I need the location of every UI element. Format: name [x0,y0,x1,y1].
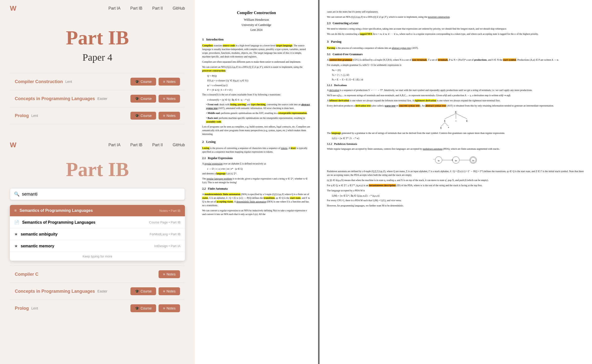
search-result-2[interactable]: ★ semantic ambiguity ForModLang • Part I… [10,228,185,240]
pdf-formula-4: F' = {S ⊆ Q | S ∩ F ≠ ∅} [207,88,311,92]
pdf-lexer-p1: We need to tokenise a string using a lex… [327,27,585,31]
result-name-3: semantic memory [21,244,154,248]
course-item-2: Prolog Lent 🎓 Course ≡ Notes [10,107,185,124]
pdf-cfg-formula2: T₁ = {+, •, (,), id} [332,73,585,77]
svg-text:E: E [444,120,445,122]
top-section: W Part IA Part IB Part II GitHub Part IB… [0,0,195,137]
nav-link-partii[interactable]: Part II [152,6,163,11]
bottom-nav-link-partia[interactable]: Part IA [108,143,121,147]
bottom-course-actions-1: 🎓 Course ≡ Notes [130,287,180,295]
pdf-bullet-middle: Middle end: performs generic optimisatio… [206,111,311,115]
search-result-0[interactable]: ≡ Semantics of Programming Languages Not… [10,205,185,217]
bottom-notes-icon-0: ≡ [163,272,165,276]
bottom-course-0: Compiler C ≡ Notes [10,266,185,283]
svg-line-8 [445,123,448,126]
svg-line-7 [441,123,445,126]
nav-logo: W [10,4,16,12]
course-actions-0: 🎓 Course ≡ Notes [130,78,180,86]
notes-btn-1[interactable]: ≡ Notes [159,95,180,103]
svg-text:E: E [466,120,467,122]
bottom-notes-icon-2: ≡ [163,306,165,310]
nav-link-partia[interactable]: Part IA [108,6,121,11]
result-meta-3: IntDesign • Part IA [154,244,180,248]
course-item-1: Concepts in Programming Languages Easter… [10,90,185,107]
pdf-lang-formula: L(G) = {w ∈ T* | S →* w} [332,136,585,140]
pdf-deriv-p4: Every derivation produces a derivation t… [327,104,585,108]
bottom-section: W Part IA Part IB Part II GitHub Part IB… [0,137,195,364]
pdf-lexing-p1: Lexing is the process of converting a se… [202,146,311,154]
pdf-intro-p5: Lots of programs can be seen as compiler… [202,125,311,136]
pdf-page-left: Compiler Construction William Henderson … [195,0,318,364]
bottom-notes-label-0: Notes [166,272,176,276]
bottom-notes-btn-2[interactable]: ≡ Notes [159,304,180,312]
nav-link-partib[interactable]: Part IB [130,6,143,11]
bottom-nav: W Part IA Part IB Part II GitHub [0,137,195,153]
pdf-tree-diagram: E E + E E * [434,109,478,129]
bottom-notes-btn-0[interactable]: ≡ Notes [159,270,180,278]
bottom-course-label-2: Course [141,306,152,310]
bottom-course-name-0: Compiler C [15,272,38,277]
svg-line-1 [445,113,456,119]
pdf-regex-p2: and denotes a language L(e) ⊆ Σ*. [202,172,311,175]
notes-btn-0[interactable]: ≡ Notes [159,78,180,86]
pdf-parsing-p1: Parsing is the process of converting a s… [327,46,585,50]
pdf-subsection-22: 2.2 Finite Automata [202,187,311,191]
course-btn-0[interactable]: 🎓 Course [130,78,156,86]
pdf-cfg-formula3: P₁ = E → E + E | E • E | (E) | id [332,78,585,81]
search-input[interactable] [22,192,181,197]
notes-label-0: Notes [166,80,176,84]
bottom-course-btn-2[interactable]: 🎓 Course [130,304,156,312]
pdf-pda-p7: However, for programming languages, we f… [327,204,585,207]
course-label-2: Course [141,114,152,118]
svg-text:q₀: q₀ [438,159,439,162]
notes-label-2: Notes [166,114,176,118]
search-result-3[interactable]: ★ semantic memory IntDesign • Part IA [10,240,185,252]
notes-btn-2[interactable]: ≡ Notes [159,112,180,120]
pdf-cfg-p2: For example, a simple grammar G₁ with S … [327,63,585,67]
pdf-pda-p3: (q',β) ∈ δ(q,a,X) means that when the ma… [327,178,585,182]
pdf-deriv-p2: We'll use α,β,γ,... to represent strings… [327,93,585,97]
bottom-nav-logo: W [10,141,16,149]
bottom-course-name-1: Concepts in Programming Languages [15,289,95,294]
pdf-pda-p2: Pushdown automata are defined by a 6-tup… [327,169,585,177]
notes-icon-2: ≡ [163,114,165,118]
pdf-regex-formula: ε → ∅ | ε | a | e∨e | ee | e* (a ∈ Σ) [207,167,311,171]
course-item-0: Compiler Construction Lent 🎓 Course ≡ No… [10,73,185,90]
bottom-notes-btn-1[interactable]: ≡ Notes [159,287,180,295]
bottom-nav-link-partib[interactable]: Part IB [130,143,143,147]
pdf-formula-1: Q' = P(Q) [207,74,311,78]
pdf-regex-p3: The regular language problem is to decid… [202,177,311,184]
pdf-section-1: 1 Introduction [202,37,311,42]
bottom-course-term-1: Easter [97,289,107,293]
course-btn-2[interactable]: 🎓 Course [130,112,156,120]
pdf-pda-formula: L(M) = {w ∈ Σ* | ∃q ∈ Q,(q₀,w,Z) →* (q,ε… [332,194,585,198]
svg-text:E: E [455,110,457,113]
search-result-1[interactable]: 📄 Semantics of Programming Languages Cou… [10,217,185,228]
pdf-subsection-23: 2.3 Constructing a Lexer [327,21,585,25]
course-name-0: Compiler Construction [15,79,63,84]
svg-text:+: + [455,120,457,122]
bottom-course-icon-2: 🎓 [135,306,139,310]
course-term-2: Lent [31,114,38,118]
notes-icon-0: ≡ [163,80,165,84]
pdf-viewer: Compiler Construction William Henderson … [195,0,592,364]
pdf-intro-p4: The ε-closure(S) is the set of states re… [202,93,311,96]
bottom-course-term-2: Lent [31,306,38,310]
bottom-nav-link-partii[interactable]: Part II [152,143,163,147]
notes-label-1: Notes [166,97,176,101]
bottom-nav-link-github[interactable]: GitHub [173,143,185,147]
course-btn-1[interactable]: 🎓 Course [130,95,156,103]
bottom-overlay: W Part IA Part IB Part II GitHub Part IB… [0,137,195,364]
nav-link-github[interactable]: GitHub [173,6,185,11]
bottom-course-actions-0: ≡ Notes [159,270,180,278]
bottom-course-btn-1[interactable]: 🎓 Course [130,287,156,295]
search-results-dropdown: ≡ Semantics of Programming Languages Not… [10,205,185,261]
pdf-formula-3: q₀' = ε-closure({q₀}) [207,83,311,87]
search-container: 🔍 [0,183,195,205]
top-course-list: Compiler Construction Lent 🎓 Course ≡ No… [0,68,195,129]
course-icon-2: 🎓 [135,114,139,118]
pdf-title: Compiler Construction [202,10,311,16]
pdf-uni: University of Cambridge [202,23,311,27]
course-icon-0: 🎓 [135,80,139,84]
pdf-author: William Henderson [202,17,311,22]
